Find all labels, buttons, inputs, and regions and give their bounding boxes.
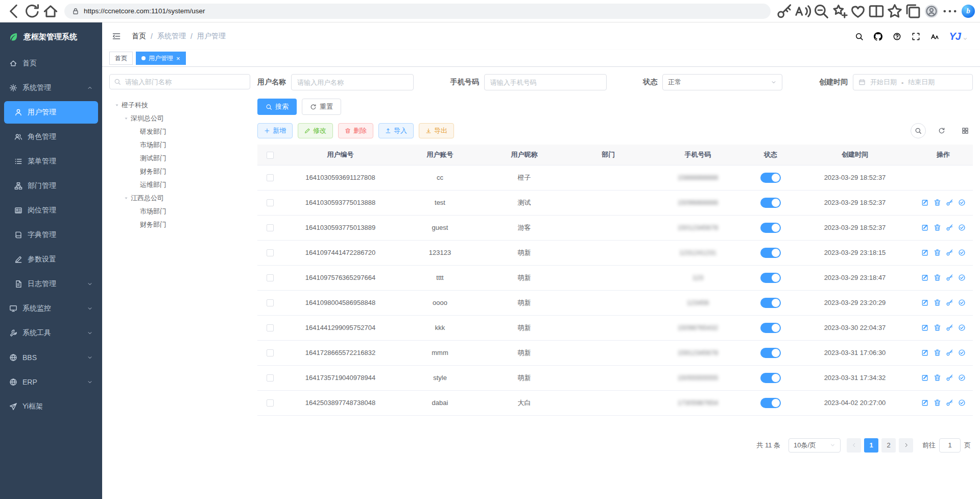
- edit-icon[interactable]: [921, 299, 929, 306]
- reset-password-icon[interactable]: [946, 399, 953, 407]
- tab-首页[interactable]: 首页: [109, 52, 133, 65]
- fullscreen-icon[interactable]: [912, 32, 920, 41]
- browser-profile-avatar[interactable]: [923, 3, 940, 20]
- assign-role-icon[interactable]: [958, 299, 966, 306]
- help-icon[interactable]: [893, 32, 901, 41]
- delete-icon[interactable]: [934, 399, 941, 407]
- row-checkbox[interactable]: [267, 274, 274, 281]
- tree-node[interactable]: 江西总公司: [109, 192, 250, 205]
- delete-button[interactable]: 删除: [338, 123, 373, 138]
- sidebar-item-role[interactable]: 角色管理: [0, 125, 102, 149]
- import-button[interactable]: 导入: [378, 123, 414, 138]
- next-page-button[interactable]: [899, 438, 913, 453]
- tree-node[interactable]: 财务部门: [109, 165, 250, 178]
- status-toggle[interactable]: [760, 273, 781, 283]
- row-checkbox[interactable]: [267, 199, 274, 206]
- reset-password-icon[interactable]: [946, 249, 953, 256]
- assign-role-icon[interactable]: [958, 274, 966, 281]
- browser-essentials-icon[interactable]: [849, 3, 867, 20]
- add-button[interactable]: 新增: [257, 123, 293, 138]
- read-aloud-icon[interactable]: [794, 3, 811, 20]
- tree-node[interactable]: 橙子科技: [109, 99, 250, 112]
- assign-role-icon[interactable]: [958, 374, 966, 382]
- breadcrumb-item[interactable]: 首页: [132, 32, 146, 41]
- row-checkbox[interactable]: [267, 249, 274, 256]
- app-logo[interactable]: 意框架管理系统: [0, 22, 102, 51]
- edit-icon[interactable]: [921, 324, 929, 331]
- sidebar-item-yi[interactable]: Yi框架: [0, 394, 102, 419]
- favorites-bar-icon[interactable]: [886, 3, 903, 20]
- reset-password-icon[interactable]: [946, 274, 953, 281]
- select-all-checkbox[interactable]: [267, 152, 274, 159]
- row-checkbox[interactable]: [267, 224, 274, 231]
- edit-icon[interactable]: [921, 249, 929, 256]
- reset-password-icon[interactable]: [946, 349, 953, 357]
- back-button[interactable]: [5, 3, 22, 20]
- sidebar-item-log[interactable]: 日志管理: [0, 272, 102, 296]
- assign-role-icon[interactable]: [958, 349, 966, 357]
- password-key-icon[interactable]: [776, 3, 793, 20]
- delete-icon[interactable]: [934, 349, 941, 357]
- delete-icon[interactable]: [934, 274, 941, 281]
- collections-icon[interactable]: [904, 3, 922, 20]
- username-input[interactable]: [291, 74, 414, 90]
- assign-role-icon[interactable]: [958, 249, 966, 256]
- status-toggle[interactable]: [760, 248, 781, 258]
- copilot-icon[interactable]: b: [962, 5, 975, 18]
- reset-password-icon[interactable]: [946, 224, 953, 231]
- split-screen-icon[interactable]: [868, 3, 885, 20]
- edit-icon[interactable]: [921, 374, 929, 382]
- sidebar-item-config[interactable]: 参数设置: [0, 247, 102, 272]
- search-button[interactable]: 搜索: [257, 99, 297, 115]
- delete-icon[interactable]: [934, 374, 941, 382]
- assign-role-icon[interactable]: [958, 199, 966, 206]
- tree-node[interactable]: 市场部门: [109, 138, 250, 152]
- reset-password-icon[interactable]: [946, 299, 953, 306]
- reset-password-icon[interactable]: [946, 324, 953, 331]
- address-bar[interactable]: https://ccnetcore.com:1101/system/user: [64, 4, 771, 19]
- status-toggle[interactable]: [760, 198, 781, 208]
- sidebar-item-home[interactable]: 首页: [0, 51, 102, 76]
- assign-role-icon[interactable]: [958, 224, 966, 231]
- status-toggle[interactable]: [760, 298, 781, 308]
- tab-close-icon[interactable]: ×: [176, 55, 180, 62]
- delete-icon[interactable]: [934, 249, 941, 256]
- font-size-icon[interactable]: [930, 32, 939, 41]
- sidebar-item-dept[interactable]: 部门管理: [0, 174, 102, 198]
- tree-node[interactable]: 市场部门: [109, 205, 250, 218]
- favorite-add-icon[interactable]: [831, 3, 848, 20]
- tree-node[interactable]: 研发部门: [109, 125, 250, 138]
- sidebar-item-menu[interactable]: 菜单管理: [0, 149, 102, 174]
- reset-password-icon[interactable]: [946, 199, 953, 206]
- header-search-icon[interactable]: [855, 32, 864, 41]
- tree-node[interactable]: 深圳总公司: [109, 112, 250, 125]
- github-icon[interactable]: [874, 32, 882, 41]
- status-select[interactable]: 正常: [662, 74, 782, 90]
- tree-node[interactable]: 财务部门: [109, 218, 250, 231]
- column-settings-icon[interactable]: [958, 123, 973, 138]
- status-toggle[interactable]: [760, 323, 781, 333]
- sidebar-item-tool[interactable]: 系统工具: [0, 321, 102, 345]
- sidebar-item-monitor[interactable]: 系统监控: [0, 296, 102, 321]
- page-size-select[interactable]: 10条/页: [788, 438, 841, 453]
- breadcrumb-item[interactable]: 系统管理: [157, 32, 186, 41]
- row-checkbox[interactable]: [267, 349, 274, 357]
- phone-input[interactable]: [484, 74, 607, 90]
- edit-icon[interactable]: [921, 399, 929, 407]
- sidebar-item-dict[interactable]: 字典管理: [0, 223, 102, 247]
- page-button-2[interactable]: 2: [881, 438, 896, 453]
- assign-role-icon[interactable]: [958, 399, 966, 407]
- status-toggle[interactable]: [760, 348, 781, 358]
- status-toggle[interactable]: [760, 398, 781, 408]
- sidebar-item-system[interactable]: 系统管理: [0, 76, 102, 100]
- tree-node[interactable]: 运维部门: [109, 178, 250, 192]
- row-checkbox[interactable]: [267, 374, 274, 382]
- edit-icon[interactable]: [921, 199, 929, 206]
- sidebar-item-user[interactable]: 用户管理: [4, 101, 98, 124]
- goto-page-input[interactable]: [939, 438, 961, 453]
- reset-button[interactable]: 重置: [302, 99, 341, 115]
- date-range-picker[interactable]: 开始日期 - 结束日期: [853, 74, 973, 90]
- row-checkbox[interactable]: [267, 299, 274, 306]
- edit-icon[interactable]: [921, 224, 929, 231]
- delete-icon[interactable]: [934, 224, 941, 231]
